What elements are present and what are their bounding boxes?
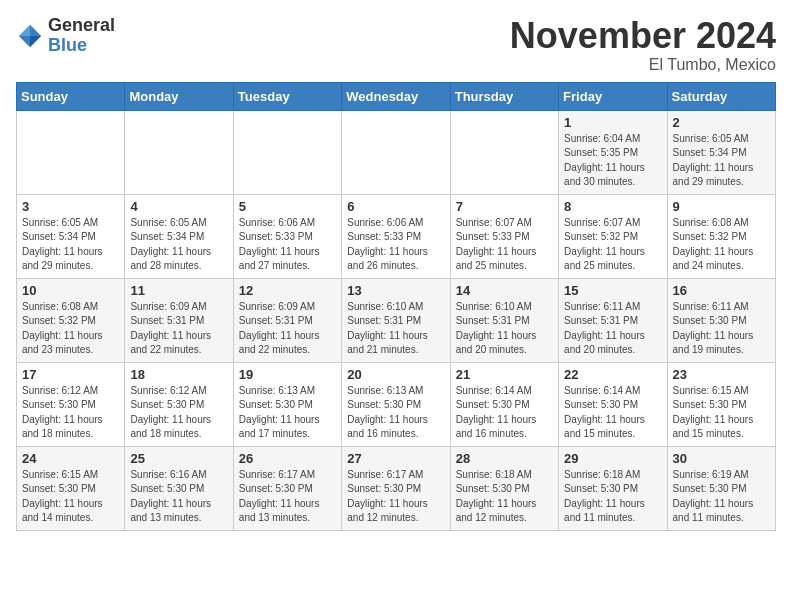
day-number: 7 bbox=[456, 199, 553, 214]
logo-text: General Blue bbox=[48, 16, 115, 56]
weekday-header: Wednesday bbox=[342, 82, 450, 110]
day-number: 10 bbox=[22, 283, 119, 298]
day-info: Sunrise: 6:09 AM Sunset: 5:31 PM Dayligh… bbox=[130, 300, 227, 358]
calendar-cell: 13Sunrise: 6:10 AM Sunset: 5:31 PM Dayli… bbox=[342, 278, 450, 362]
day-number: 15 bbox=[564, 283, 661, 298]
calendar-cell bbox=[342, 110, 450, 194]
calendar-cell: 2Sunrise: 6:05 AM Sunset: 5:34 PM Daylig… bbox=[667, 110, 775, 194]
calendar-week-row: 17Sunrise: 6:12 AM Sunset: 5:30 PM Dayli… bbox=[17, 362, 776, 446]
calendar-cell: 6Sunrise: 6:06 AM Sunset: 5:33 PM Daylig… bbox=[342, 194, 450, 278]
calendar-cell: 24Sunrise: 6:15 AM Sunset: 5:30 PM Dayli… bbox=[17, 446, 125, 530]
calendar-week-row: 24Sunrise: 6:15 AM Sunset: 5:30 PM Dayli… bbox=[17, 446, 776, 530]
day-info: Sunrise: 6:07 AM Sunset: 5:33 PM Dayligh… bbox=[456, 216, 553, 274]
calendar-week-row: 10Sunrise: 6:08 AM Sunset: 5:32 PM Dayli… bbox=[17, 278, 776, 362]
weekday-header: Friday bbox=[559, 82, 667, 110]
calendar-header: SundayMondayTuesdayWednesdayThursdayFrid… bbox=[17, 82, 776, 110]
svg-marker-1 bbox=[19, 25, 30, 36]
day-info: Sunrise: 6:17 AM Sunset: 5:30 PM Dayligh… bbox=[347, 468, 444, 526]
day-number: 27 bbox=[347, 451, 444, 466]
day-number: 14 bbox=[456, 283, 553, 298]
day-info: Sunrise: 6:13 AM Sunset: 5:30 PM Dayligh… bbox=[347, 384, 444, 442]
day-number: 28 bbox=[456, 451, 553, 466]
day-info: Sunrise: 6:15 AM Sunset: 5:30 PM Dayligh… bbox=[22, 468, 119, 526]
calendar-cell: 23Sunrise: 6:15 AM Sunset: 5:30 PM Dayli… bbox=[667, 362, 775, 446]
day-info: Sunrise: 6:05 AM Sunset: 5:34 PM Dayligh… bbox=[130, 216, 227, 274]
calendar-week-row: 1Sunrise: 6:04 AM Sunset: 5:35 PM Daylig… bbox=[17, 110, 776, 194]
title-block: November 2024 El Tumbo, Mexico bbox=[510, 16, 776, 74]
logo-blue: Blue bbox=[48, 35, 87, 55]
calendar-cell: 17Sunrise: 6:12 AM Sunset: 5:30 PM Dayli… bbox=[17, 362, 125, 446]
day-number: 22 bbox=[564, 367, 661, 382]
day-number: 26 bbox=[239, 451, 336, 466]
calendar-cell bbox=[17, 110, 125, 194]
day-info: Sunrise: 6:16 AM Sunset: 5:30 PM Dayligh… bbox=[130, 468, 227, 526]
calendar-cell: 1Sunrise: 6:04 AM Sunset: 5:35 PM Daylig… bbox=[559, 110, 667, 194]
day-number: 9 bbox=[673, 199, 770, 214]
day-info: Sunrise: 6:09 AM Sunset: 5:31 PM Dayligh… bbox=[239, 300, 336, 358]
day-info: Sunrise: 6:10 AM Sunset: 5:31 PM Dayligh… bbox=[347, 300, 444, 358]
calendar-cell: 9Sunrise: 6:08 AM Sunset: 5:32 PM Daylig… bbox=[667, 194, 775, 278]
svg-marker-3 bbox=[30, 36, 41, 47]
calendar-cell: 18Sunrise: 6:12 AM Sunset: 5:30 PM Dayli… bbox=[125, 362, 233, 446]
day-number: 1 bbox=[564, 115, 661, 130]
day-number: 29 bbox=[564, 451, 661, 466]
calendar-table: SundayMondayTuesdayWednesdayThursdayFrid… bbox=[16, 82, 776, 531]
day-info: Sunrise: 6:04 AM Sunset: 5:35 PM Dayligh… bbox=[564, 132, 661, 190]
calendar-cell: 28Sunrise: 6:18 AM Sunset: 5:30 PM Dayli… bbox=[450, 446, 558, 530]
weekday-header: Saturday bbox=[667, 82, 775, 110]
calendar-body: 1Sunrise: 6:04 AM Sunset: 5:35 PM Daylig… bbox=[17, 110, 776, 530]
calendar-cell: 20Sunrise: 6:13 AM Sunset: 5:30 PM Dayli… bbox=[342, 362, 450, 446]
calendar-cell: 25Sunrise: 6:16 AM Sunset: 5:30 PM Dayli… bbox=[125, 446, 233, 530]
calendar-cell: 7Sunrise: 6:07 AM Sunset: 5:33 PM Daylig… bbox=[450, 194, 558, 278]
calendar-cell: 8Sunrise: 6:07 AM Sunset: 5:32 PM Daylig… bbox=[559, 194, 667, 278]
calendar-cell: 19Sunrise: 6:13 AM Sunset: 5:30 PM Dayli… bbox=[233, 362, 341, 446]
day-number: 8 bbox=[564, 199, 661, 214]
day-info: Sunrise: 6:08 AM Sunset: 5:32 PM Dayligh… bbox=[673, 216, 770, 274]
calendar-cell: 4Sunrise: 6:05 AM Sunset: 5:34 PM Daylig… bbox=[125, 194, 233, 278]
calendar-cell: 26Sunrise: 6:17 AM Sunset: 5:30 PM Dayli… bbox=[233, 446, 341, 530]
calendar-cell: 29Sunrise: 6:18 AM Sunset: 5:30 PM Dayli… bbox=[559, 446, 667, 530]
day-info: Sunrise: 6:13 AM Sunset: 5:30 PM Dayligh… bbox=[239, 384, 336, 442]
calendar-cell bbox=[233, 110, 341, 194]
calendar-cell: 11Sunrise: 6:09 AM Sunset: 5:31 PM Dayli… bbox=[125, 278, 233, 362]
month-title: November 2024 bbox=[510, 16, 776, 56]
day-info: Sunrise: 6:10 AM Sunset: 5:31 PM Dayligh… bbox=[456, 300, 553, 358]
day-info: Sunrise: 6:19 AM Sunset: 5:30 PM Dayligh… bbox=[673, 468, 770, 526]
day-number: 3 bbox=[22, 199, 119, 214]
day-info: Sunrise: 6:14 AM Sunset: 5:30 PM Dayligh… bbox=[456, 384, 553, 442]
weekday-header: Thursday bbox=[450, 82, 558, 110]
calendar-cell: 10Sunrise: 6:08 AM Sunset: 5:32 PM Dayli… bbox=[17, 278, 125, 362]
day-info: Sunrise: 6:14 AM Sunset: 5:30 PM Dayligh… bbox=[564, 384, 661, 442]
day-number: 11 bbox=[130, 283, 227, 298]
weekday-header: Sunday bbox=[17, 82, 125, 110]
calendar-week-row: 3Sunrise: 6:05 AM Sunset: 5:34 PM Daylig… bbox=[17, 194, 776, 278]
day-number: 24 bbox=[22, 451, 119, 466]
logo: General Blue bbox=[16, 16, 115, 56]
page-header: General Blue November 2024 El Tumbo, Mex… bbox=[16, 16, 776, 74]
day-info: Sunrise: 6:11 AM Sunset: 5:31 PM Dayligh… bbox=[564, 300, 661, 358]
day-number: 30 bbox=[673, 451, 770, 466]
calendar-cell: 21Sunrise: 6:14 AM Sunset: 5:30 PM Dayli… bbox=[450, 362, 558, 446]
day-number: 19 bbox=[239, 367, 336, 382]
day-number: 4 bbox=[130, 199, 227, 214]
day-number: 16 bbox=[673, 283, 770, 298]
calendar-cell: 16Sunrise: 6:11 AM Sunset: 5:30 PM Dayli… bbox=[667, 278, 775, 362]
day-number: 20 bbox=[347, 367, 444, 382]
svg-marker-0 bbox=[30, 25, 41, 36]
day-number: 13 bbox=[347, 283, 444, 298]
day-info: Sunrise: 6:05 AM Sunset: 5:34 PM Dayligh… bbox=[673, 132, 770, 190]
day-info: Sunrise: 6:06 AM Sunset: 5:33 PM Dayligh… bbox=[347, 216, 444, 274]
day-info: Sunrise: 6:17 AM Sunset: 5:30 PM Dayligh… bbox=[239, 468, 336, 526]
day-number: 2 bbox=[673, 115, 770, 130]
day-number: 23 bbox=[673, 367, 770, 382]
calendar-cell: 15Sunrise: 6:11 AM Sunset: 5:31 PM Dayli… bbox=[559, 278, 667, 362]
day-info: Sunrise: 6:12 AM Sunset: 5:30 PM Dayligh… bbox=[130, 384, 227, 442]
calendar-cell: 3Sunrise: 6:05 AM Sunset: 5:34 PM Daylig… bbox=[17, 194, 125, 278]
day-info: Sunrise: 6:11 AM Sunset: 5:30 PM Dayligh… bbox=[673, 300, 770, 358]
day-number: 18 bbox=[130, 367, 227, 382]
day-number: 5 bbox=[239, 199, 336, 214]
calendar-cell bbox=[450, 110, 558, 194]
day-info: Sunrise: 6:07 AM Sunset: 5:32 PM Dayligh… bbox=[564, 216, 661, 274]
day-number: 17 bbox=[22, 367, 119, 382]
calendar-cell bbox=[125, 110, 233, 194]
